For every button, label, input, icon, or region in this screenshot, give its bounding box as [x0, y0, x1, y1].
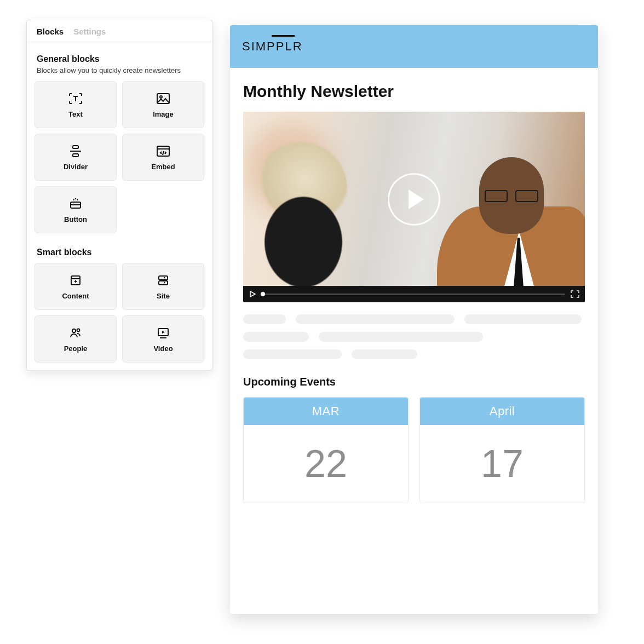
- panel-tabs: Blocks Settings: [27, 20, 212, 42]
- event-day: 17: [420, 425, 584, 503]
- tab-settings[interactable]: Settings: [73, 27, 106, 36]
- block-button[interactable]: Button: [34, 186, 117, 233]
- embed-icon: [155, 144, 171, 158]
- content-icon: [67, 273, 84, 288]
- block-site[interactable]: Site: [122, 263, 204, 310]
- block-people-label: People: [64, 344, 88, 353]
- tab-blocks[interactable]: Blocks: [37, 27, 64, 36]
- play-icon[interactable]: [388, 173, 440, 226]
- svg-point-10: [77, 329, 80, 331]
- block-content[interactable]: Content: [34, 263, 117, 310]
- svg-rect-2: [73, 146, 78, 148]
- block-image-label: Image: [153, 110, 174, 118]
- block-embed[interactable]: Embed: [122, 134, 204, 181]
- block-text-label: Text: [68, 110, 83, 118]
- event-month: MAR: [244, 398, 408, 425]
- newsletter-preview: SIMPPLR Monthly Newsletter: [230, 25, 598, 614]
- divider-icon: [67, 144, 84, 158]
- svg-rect-3: [73, 154, 78, 157]
- block-embed-label: Embed: [151, 163, 175, 171]
- video-controls: [243, 286, 585, 302]
- block-button-label: Button: [64, 215, 87, 223]
- events-row: MAR 22 April 17: [243, 397, 585, 503]
- video-block[interactable]: [243, 112, 585, 302]
- event-card[interactable]: MAR 22: [243, 397, 409, 503]
- general-blocks-section: General blocks Blocks allow you to quick…: [27, 42, 212, 370]
- people-icon: [67, 326, 84, 340]
- svg-point-1: [160, 96, 162, 98]
- preview-body: Monthly Newsletter: [230, 68, 598, 516]
- preview-header: SIMPPLR: [230, 25, 598, 68]
- upcoming-events-title: Upcoming Events: [243, 376, 585, 388]
- smart-blocks-title: Smart blocks: [37, 248, 202, 257]
- event-month: April: [420, 398, 584, 425]
- blocks-panel: Blocks Settings General blocks Blocks al…: [26, 20, 212, 371]
- block-content-label: Content: [62, 292, 89, 300]
- general-blocks-desc: Blocks allow you to quickly create newsl…: [37, 66, 202, 74]
- video-icon: [155, 326, 171, 340]
- block-video[interactable]: Video: [122, 315, 204, 363]
- svg-point-9: [72, 329, 76, 332]
- brand-logo-text: SIMPPLR: [242, 39, 303, 54]
- smart-blocks-grid: Content Site: [34, 263, 204, 363]
- block-divider[interactable]: Divider: [34, 134, 117, 181]
- general-blocks-title: General blocks: [37, 54, 202, 64]
- brand-logo: SIMPPLR: [242, 39, 303, 54]
- block-video-label: Video: [153, 344, 173, 353]
- svg-rect-8: [159, 281, 168, 285]
- video-play-button[interactable]: [249, 290, 256, 298]
- event-card[interactable]: April 17: [419, 397, 585, 503]
- fullscreen-icon[interactable]: [571, 290, 579, 298]
- video-progress[interactable]: [262, 294, 565, 295]
- event-day: 22: [244, 425, 408, 503]
- button-icon: [67, 197, 84, 211]
- block-people[interactable]: People: [34, 315, 117, 363]
- block-divider-label: Divider: [64, 163, 88, 171]
- newsletter-title: Monthly Newsletter: [243, 82, 585, 101]
- block-image[interactable]: Image: [122, 81, 204, 128]
- block-text[interactable]: Text: [34, 81, 117, 128]
- placeholder-text: [243, 314, 585, 359]
- text-icon: [67, 91, 84, 106]
- general-blocks-grid: Text Image: [34, 81, 204, 233]
- svg-rect-7: [159, 276, 168, 280]
- image-icon: [155, 91, 171, 106]
- site-icon: [155, 273, 171, 288]
- block-site-label: Site: [157, 292, 170, 300]
